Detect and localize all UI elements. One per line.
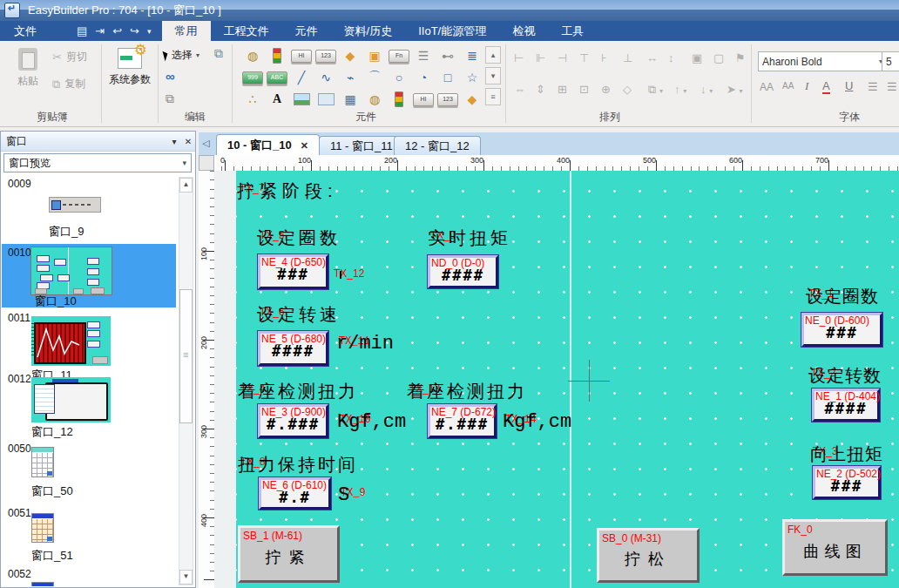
text-object[interactable]: TX_0 实时扭矩: [428, 226, 511, 250]
text-object[interactable]: TX_3 向上扭矩: [810, 443, 883, 466]
tab-scroll-left-icon[interactable]: ◁: [202, 138, 209, 149]
text-align-left-icon[interactable]: ☰: [868, 80, 878, 93]
text-object[interactable]: TX_6 设定转速: [257, 303, 341, 327]
export-icon[interactable]: ⇥: [95, 24, 105, 37]
distribute-vertical-icon[interactable]: ↕: [668, 51, 674, 64]
design-canvas[interactable]: TX_7 拧紧阶段: TX_5 设定圈数 TX_0 实时扭矩 TX_6 设定转速…: [214, 171, 899, 588]
ribbon-tab-project[interactable]: 工程文件: [211, 21, 282, 41]
text-object[interactable]: TX_12: [334, 261, 341, 281]
polyline-icon[interactable]: ⌁: [338, 67, 362, 88]
center-in-window-icon[interactable]: ⊕: [601, 83, 611, 96]
undo-icon[interactable]: ↩: [112, 24, 122, 37]
system-parameters-button[interactable]: 系统参数: [105, 46, 155, 87]
window-copy-icon[interactable]: ⧉: [214, 46, 223, 61]
align-center-horizontal-icon[interactable]: ⊩: [536, 51, 545, 64]
window-preview-select[interactable]: 窗口预览 ▾: [3, 153, 192, 172]
panel-menu-icon[interactable]: ▾: [167, 137, 181, 146]
tab-window-12[interactable]: 12 - 窗口_12: [394, 136, 481, 156]
italic-icon[interactable]: I: [805, 79, 808, 93]
ribbon-tab-iiot-energy[interactable]: IIoT/能源管理: [405, 21, 499, 41]
text-object[interactable]: TX_14 Kgf,cm: [503, 411, 571, 433]
line-icon[interactable]: ╱: [289, 67, 314, 88]
group-icon[interactable]: ▣: [692, 51, 702, 64]
scrollbar-thumb[interactable]: [179, 289, 193, 423]
option-list-icon[interactable]: ≣: [460, 45, 484, 66]
layer-down-icon[interactable]: ↓ ▾: [700, 83, 713, 96]
ascii-object-icon[interactable]: ABC: [265, 67, 289, 88]
numeric-entry-ne6[interactable]: NE_6 (D-610) #.#: [259, 477, 331, 510]
layer-front-icon[interactable]: ⧉ ▾: [648, 83, 663, 97]
bit-lamp-2-icon[interactable]: ◍: [362, 89, 387, 110]
numeric-entry-ne4[interactable]: NE_4 (D-650) ###: [258, 254, 328, 289]
same-width-icon[interactable]: ⇔: [514, 83, 525, 96]
slider-icon[interactable]: ⊷: [436, 45, 460, 66]
tab-window-10[interactable]: 10 - 窗口_10 ✕: [216, 134, 320, 156]
numeric-entry-ne5[interactable]: NE_5 (D-680) ####: [258, 331, 328, 366]
increase-font-icon[interactable]: AA: [760, 81, 774, 93]
text-object[interactable]: TX_4 着座检测扭力: [238, 380, 358, 403]
star-icon[interactable]: ☆: [460, 67, 484, 88]
table-icon[interactable]: ▦: [338, 89, 362, 110]
numeric-entry-ne7[interactable]: NE_7 (D-672) #.###: [428, 404, 497, 438]
tab-close-icon[interactable]: ✕: [301, 140, 308, 152]
fill-color-icon[interactable]: ◇: [623, 83, 632, 96]
rectangle-icon[interactable]: □: [436, 67, 460, 88]
freehand-icon[interactable]: ∿: [314, 67, 338, 88]
gallery-expand-icon[interactable]: ≡: [485, 88, 501, 105]
text-align-center-icon[interactable]: ☰: [887, 80, 897, 93]
text-object[interactable]: TX_1 设定圈数: [806, 285, 879, 308]
picture-icon[interactable]: [289, 89, 314, 110]
font-size-select[interactable]: 5: [882, 51, 899, 71]
text-object[interactable]: TX_10 Kgf,cm: [337, 411, 406, 433]
numeric-entry-ne1[interactable]: NE_1 (D-404) ####: [812, 389, 880, 422]
arc-icon[interactable]: ⌒: [362, 67, 387, 88]
paste-button[interactable]: 粘贴: [5, 46, 51, 89]
duplicate-icon[interactable]: ⧉: [166, 91, 174, 106]
gallery-up-icon[interactable]: ▴: [485, 46, 501, 64]
function-key-icon[interactable]: ◆: [338, 45, 362, 66]
function-key-button-curve[interactable]: FK_0 曲线图: [782, 519, 888, 576]
infinity-icon[interactable]: ∞: [166, 69, 175, 84]
numeric-entry-ne3[interactable]: NE_3 (D-900) #.###: [258, 404, 328, 438]
fn-key-icon[interactable]: Fn: [387, 45, 411, 66]
menu-file[interactable]: 文件: [0, 21, 51, 41]
text-object[interactable]: TX_7 拧紧阶段:: [237, 179, 338, 203]
numeric-object-icon[interactable]: 999: [240, 67, 265, 88]
scroll-up-arrow[interactable]: ▲: [179, 178, 193, 193]
set-bit-2-icon[interactable]: HI: [411, 89, 436, 110]
pie-icon[interactable]: ◔: [411, 67, 436, 88]
word-lamp-icon[interactable]: [265, 45, 289, 66]
cut-button[interactable]: ✂ 剪切: [52, 50, 87, 64]
gallery-down-icon[interactable]: ▾: [485, 67, 501, 84]
quickbar-more-icon[interactable]: ▾: [147, 27, 152, 36]
ribbon-tab-view[interactable]: 检视: [499, 21, 548, 41]
bit-lamp-icon[interactable]: ◍: [240, 45, 265, 66]
numeric-entry-ne0[interactable]: NE_0 (D-600) ###: [801, 313, 882, 347]
align-middle-icon[interactable]: ⊦: [601, 51, 607, 64]
pin-icon[interactable]: ⚑: [735, 51, 746, 64]
text-object[interactable]: TX_5 设定圈数: [257, 226, 341, 250]
distribute-horizontal-icon[interactable]: ↔: [646, 51, 658, 64]
numeric-entry-ne2[interactable]: NE_2 (D-502) ###: [813, 466, 881, 499]
set-word-icon[interactable]: 123: [314, 45, 338, 66]
text-object[interactable]: TX_2 设定转数: [808, 364, 882, 388]
set-word-2-icon[interactable]: 123: [436, 89, 460, 110]
same-size-icon[interactable]: ⊞: [558, 83, 567, 96]
layer-back-icon[interactable]: ➤ ▾: [727, 83, 743, 96]
scale-icon[interactable]: ∴: [240, 89, 265, 110]
underline-icon[interactable]: U: [845, 79, 853, 92]
panel-close-icon[interactable]: ✕: [181, 137, 195, 146]
ribbon-tab-home[interactable]: 常用: [162, 21, 211, 41]
scroll-down-arrow[interactable]: ▼: [179, 570, 193, 585]
save-icon[interactable]: ▤: [77, 24, 87, 37]
set-bit-icon[interactable]: HI: [289, 45, 314, 66]
nudge-icon[interactable]: ⊡: [579, 83, 589, 96]
align-top-icon[interactable]: ⊤: [579, 51, 589, 64]
word-lamp-2-icon[interactable]: [387, 89, 411, 110]
numeric-display-nd0[interactable]: ND_0 (D-0) ####: [428, 255, 498, 288]
copy-button[interactable]: ⧉ 复制: [52, 77, 87, 91]
font-color-icon[interactable]: A: [822, 79, 830, 94]
ribbon-tab-tools[interactable]: 工具: [548, 21, 597, 41]
circle-icon[interactable]: ○: [387, 67, 411, 88]
text-icon[interactable]: A: [265, 89, 289, 110]
